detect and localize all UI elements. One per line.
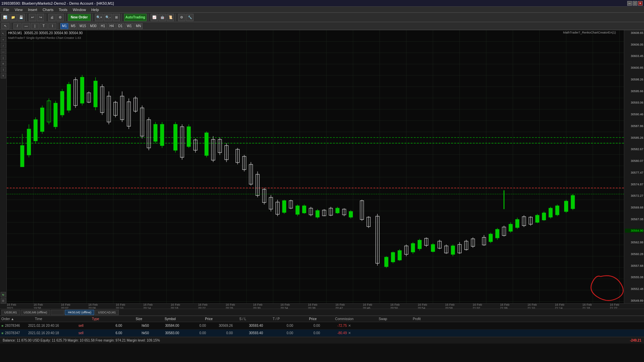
time-17: 16 Feb 20:58 (445, 303, 461, 309)
tf-d1[interactable]: D1 (116, 23, 124, 29)
print-button[interactable]: 🖨 (48, 14, 56, 21)
experts-button[interactable]: 🤖 (159, 14, 166, 21)
tool-vline[interactable]: | (1, 55, 6, 60)
svg-rect-62 (54, 103, 57, 127)
tool-extra[interactable]: ⊡ (1, 298, 6, 303)
auto-trading-button[interactable]: AutoTrading (124, 14, 147, 21)
svg-rect-130 (296, 206, 300, 214)
red-circle-drawing (587, 270, 627, 303)
svg-rect-202 (549, 208, 552, 217)
time-15: 16 Feb 20:50 (390, 303, 406, 309)
price-30555: 30555.08 (625, 275, 643, 279)
tool-fib[interactable]: ⌇ (1, 67, 6, 72)
close-button[interactable]: ✕ (638, 1, 643, 6)
tf-m30[interactable]: M30 (88, 23, 98, 29)
row2-tp: 0.00 (206, 331, 233, 335)
col-price2: Price (286, 317, 317, 321)
price-30560: 30560.28 (625, 252, 643, 256)
tool-channel[interactable]: ≡ (1, 61, 6, 66)
timeframe-bar: ↖ / — | T ⌇ M1 M5 M15 M30 H1 H4 D1 W1 MN (0, 22, 644, 30)
tf-m1[interactable]: M1 (60, 23, 68, 29)
tf-w1[interactable]: W1 (125, 23, 133, 29)
maximize-button[interactable]: □ (633, 1, 637, 6)
svg-rect-208 (571, 195, 575, 208)
new-order-button[interactable]: New Order (68, 14, 91, 21)
time-6: 16 Feb 20:14 (143, 303, 159, 309)
undo-button[interactable]: ↩ (29, 14, 36, 21)
menu-window[interactable]: Window (70, 7, 89, 13)
menu-file[interactable]: File (1, 7, 12, 13)
chart-area[interactable]: HK50,M1 30565.20 30565.20 30564.90 30564… (7, 30, 624, 303)
tf-m15[interactable]: M15 (78, 23, 88, 29)
menu-charts[interactable]: Charts (40, 7, 56, 13)
price-30608: 30608.65 (625, 31, 643, 35)
tool-cursor[interactable]: ↖ (1, 31, 6, 36)
tool-crosshair[interactable]: + (1, 37, 6, 42)
open-button[interactable]: 📁 (9, 14, 17, 21)
col-type: Type (92, 317, 112, 321)
chart-zoom-in[interactable]: 🔍+ (95, 14, 104, 21)
hline-tool[interactable]: — (22, 23, 30, 29)
fibonacci-tool[interactable]: ⌇ (48, 23, 56, 29)
chart-tab-empty[interactable] (51, 310, 64, 315)
chart-fit[interactable]: ⊞ (113, 14, 120, 21)
tool-N[interactable]: N (1, 292, 6, 297)
col-profit: Profit (394, 317, 421, 321)
window-controls: ─ □ ✕ (627, 1, 643, 6)
tf-h1[interactable]: H1 (99, 23, 107, 29)
chart-tab-us30m6[interactable]: US30,M6 (offline) (21, 310, 50, 315)
price-30557: 30557.68 (625, 264, 643, 268)
price-30580: 30580.07 (625, 159, 643, 163)
row2-profit: -80.49 (320, 331, 347, 335)
settings-button[interactable]: ⚙ (178, 14, 185, 21)
scripts-button[interactable]: 📜 (167, 14, 174, 21)
chart-tab-hk50m2[interactable]: HK50,M2 (offline) (65, 310, 94, 315)
time-7: 16 Feb 20:18 (171, 303, 186, 309)
text-tool[interactable]: T (40, 23, 48, 29)
menu-tools[interactable]: Tools (56, 7, 70, 13)
row2-close-btn[interactable]: ✕ (347, 331, 352, 335)
line-tool[interactable]: / (13, 23, 21, 29)
tool-hline[interactable]: — (1, 49, 6, 54)
row2-order: 28378347 (5, 331, 20, 335)
row2-swap: 0.00 (293, 331, 320, 335)
tool-text[interactable]: T (1, 73, 6, 78)
time-20: 16 Feb 21:10 (528, 303, 543, 309)
tf-m5[interactable]: M5 (69, 23, 77, 29)
price-30582: 30582.67 (625, 147, 643, 151)
minimize-button[interactable]: ─ (627, 1, 632, 6)
svg-rect-94 (160, 124, 164, 145)
config-button[interactable]: 🔧 (186, 14, 194, 21)
save-button[interactable]: 💾 (17, 14, 25, 21)
chart-tab-us30m1[interactable]: US30,M1 (1, 310, 20, 315)
chart-tab-usdcad[interactable]: USDCAD,M1 (95, 310, 119, 315)
tf-mn[interactable]: MN (134, 23, 143, 29)
properties-button[interactable]: ⚙ (56, 14, 64, 21)
svg-rect-66 (67, 84, 71, 110)
trade-row-2[interactable]: ■ 28378347 2021.02.16 20:40:18 sell 6.00… (0, 329, 644, 337)
tool-line[interactable]: / (1, 43, 6, 48)
tf-h4[interactable]: H4 (108, 23, 116, 29)
tf-cursor[interactable]: ↖ (1, 23, 9, 29)
menu-view[interactable]: View (12, 7, 25, 13)
row1-time: 2021.02.16 20:40:16 (28, 324, 78, 327)
menu-insert[interactable]: Insert (25, 7, 40, 13)
price-30549: 30549.89 (625, 299, 643, 303)
price-30562: 30562.88 (625, 240, 643, 244)
trade-panel: Order ▲ Time Type Size Symbol Price S / … (0, 315, 644, 362)
time-9: 16 Feb 20:26 (225, 303, 241, 309)
indicators-button[interactable]: 📈 (151, 14, 158, 21)
new-chart-button[interactable]: 📊 (1, 14, 9, 21)
row2-price2: 30593.40 (233, 331, 263, 335)
chart-zoom-out[interactable]: 🔍- (104, 14, 112, 21)
row1-close-btn[interactable]: ✕ (347, 324, 352, 327)
col-order: Order ▲ (1, 317, 28, 321)
svg-rect-168 (431, 244, 435, 251)
menu-help[interactable]: Help (89, 7, 102, 13)
trade-row-1[interactable]: ■ 28378346 2021.02.16 20:40:16 sell 6.00… (0, 322, 644, 329)
redo-button[interactable]: ↪ (37, 14, 44, 21)
svg-rect-154 (385, 257, 388, 266)
vline-tool[interactable]: | (31, 23, 39, 29)
row2-type: sell (78, 331, 99, 335)
time-23: 16 Feb 21:22 (610, 303, 626, 309)
